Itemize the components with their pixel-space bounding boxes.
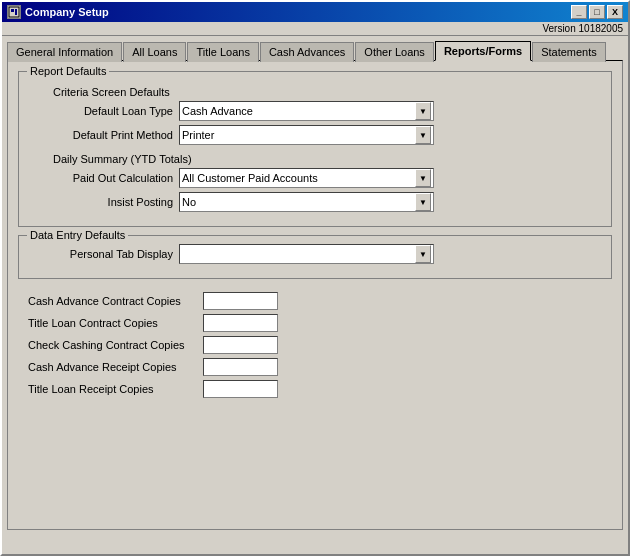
personal-tab-label: Personal Tab Display	[49, 248, 179, 260]
personal-tab-row: Personal Tab Display ▼	[29, 244, 601, 264]
tab-all-loans[interactable]: All Loans	[123, 42, 186, 62]
report-defaults-title: Report Defaults	[27, 65, 109, 77]
minimize-button[interactable]: _	[571, 5, 587, 19]
insist-posting-select[interactable]: No ▼	[179, 192, 434, 212]
insist-posting-row: Insist Posting No ▼	[29, 192, 601, 212]
cash-advance-contract-input[interactable]	[203, 292, 278, 310]
title-bar: Company Setup _ □ X	[2, 2, 628, 22]
personal-tab-arrow: ▼	[415, 245, 431, 263]
paid-out-calc-label: Paid Out Calculation	[49, 172, 179, 184]
default-print-method-select[interactable]: Printer ▼	[179, 125, 434, 145]
default-print-method-row: Default Print Method Printer ▼	[29, 125, 601, 145]
svg-rect-1	[11, 9, 14, 12]
version-text: Version 10182005	[542, 23, 623, 34]
tab-other-loans[interactable]: Other Loans	[355, 42, 434, 62]
paid-out-calc-value: All Customer Paid Accounts	[182, 172, 415, 184]
window-title: Company Setup	[25, 6, 109, 18]
paid-out-calc-select[interactable]: All Customer Paid Accounts ▼	[179, 168, 434, 188]
maximize-button[interactable]: □	[589, 5, 605, 19]
default-loan-type-label: Default Loan Type	[49, 105, 179, 117]
cash-advance-contract-row: Cash Advance Contract Copies	[28, 292, 602, 310]
tab-general-information[interactable]: General Information	[7, 42, 122, 62]
cash-advance-contract-label: Cash Advance Contract Copies	[28, 295, 203, 307]
cash-advance-receipt-row: Cash Advance Receipt Copies	[28, 358, 602, 376]
version-bar: Version 10182005	[2, 22, 628, 36]
cash-advance-receipt-input[interactable]	[203, 358, 278, 376]
criteria-label: Criteria Screen Defaults	[33, 86, 601, 98]
check-cashing-contract-label: Check Cashing Contract Copies	[28, 339, 203, 351]
personal-tab-select[interactable]: ▼	[179, 244, 434, 264]
svg-rect-2	[15, 9, 17, 15]
daily-summary-label: Daily Summary (YTD Totals)	[33, 153, 601, 165]
title-loan-contract-input[interactable]	[203, 314, 278, 332]
title-loan-contract-row: Title Loan Contract Copies	[28, 314, 602, 332]
insist-posting-arrow: ▼	[415, 193, 431, 211]
title-buttons: _ □ X	[571, 5, 623, 19]
title-loan-receipt-input[interactable]	[203, 380, 278, 398]
tab-cash-advances[interactable]: Cash Advances	[260, 42, 354, 62]
data-entry-defaults-group: Data Entry Defaults Personal Tab Display…	[18, 235, 612, 279]
tabs-bar: General Information All Loans Title Loan…	[2, 36, 628, 60]
default-loan-type-value: Cash Advance	[182, 105, 415, 117]
report-defaults-group: Report Defaults Criteria Screen Defaults…	[18, 71, 612, 227]
title-loan-receipt-label: Title Loan Receipt Copies	[28, 383, 203, 395]
copies-section: Cash Advance Contract Copies Title Loan …	[18, 287, 612, 407]
data-entry-defaults-title: Data Entry Defaults	[27, 229, 128, 241]
tab-title-loans[interactable]: Title Loans	[187, 42, 258, 62]
paid-out-calc-row: Paid Out Calculation All Customer Paid A…	[29, 168, 601, 188]
paid-out-calc-arrow: ▼	[415, 169, 431, 187]
title-bar-left: Company Setup	[7, 5, 109, 19]
main-window: Company Setup _ □ X Version 10182005 Gen…	[0, 0, 630, 556]
title-loan-contract-label: Title Loan Contract Copies	[28, 317, 203, 329]
close-button[interactable]: X	[607, 5, 623, 19]
default-loan-type-row: Default Loan Type Cash Advance ▼	[29, 101, 601, 121]
default-print-method-arrow: ▼	[415, 126, 431, 144]
insist-posting-label: Insist Posting	[49, 196, 179, 208]
tab-statements[interactable]: Statements	[532, 42, 606, 62]
content-area: Report Defaults Criteria Screen Defaults…	[7, 60, 623, 530]
default-loan-type-arrow: ▼	[415, 102, 431, 120]
title-loan-receipt-row: Title Loan Receipt Copies	[28, 380, 602, 398]
default-loan-type-select[interactable]: Cash Advance ▼	[179, 101, 434, 121]
default-print-method-value: Printer	[182, 129, 415, 141]
cash-advance-receipt-label: Cash Advance Receipt Copies	[28, 361, 203, 373]
insist-posting-value: No	[182, 196, 415, 208]
check-cashing-contract-row: Check Cashing Contract Copies	[28, 336, 602, 354]
check-cashing-contract-input[interactable]	[203, 336, 278, 354]
app-icon	[7, 5, 21, 19]
default-print-method-label: Default Print Method	[49, 129, 179, 141]
tab-reports-forms[interactable]: Reports/Forms	[435, 41, 531, 61]
